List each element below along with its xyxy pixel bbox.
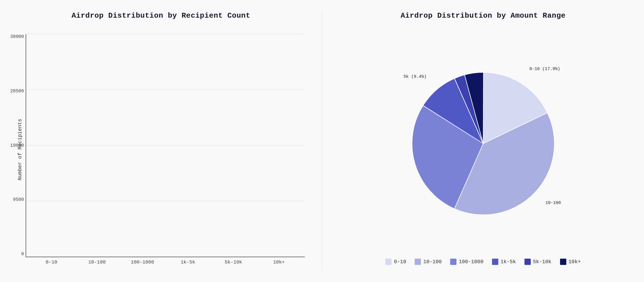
y-tick: 0 <box>10 252 24 257</box>
legend-label-5k-10k: 5k-10k <box>533 259 552 265</box>
pie-legend: 0-1010-100100-10001k-5k5k-10k10k+ <box>385 259 581 265</box>
grid-line <box>26 34 305 34</box>
legend-item-10k+: 10k+ <box>560 259 581 265</box>
pie-chart-panel: Airdrop Distribution by Amount Range 0-1… <box>322 0 644 282</box>
bar-chart-inner: 09500190002850038000 0-1010-100100-10001… <box>26 34 305 265</box>
grid-line <box>26 89 305 90</box>
legend-item-5k-10k: 5k-10k <box>524 259 552 265</box>
pie-label-1k-5k: 1k-5k (9.4%) <box>404 74 427 79</box>
legend-label-0-10: 0-10 <box>394 259 406 265</box>
x-label-10-100: 10-100 <box>77 259 117 265</box>
y-tick: 19000 <box>10 143 24 148</box>
x-label-5k-10k: 5k-10k <box>213 259 254 265</box>
pie-svg: 0-10 (17.9%)10-100 (38.7%)100-1000 (27.3… <box>404 64 563 223</box>
bar-chart-title: Airdrop Distribution by Recipient Count <box>72 11 250 20</box>
pie-chart-title: Airdrop Distribution by Amount Range <box>401 11 566 20</box>
y-tick: 9500 <box>10 197 24 202</box>
x-label-1k-5k: 1k-5k <box>168 259 208 265</box>
legend-color-100-1000 <box>450 259 456 265</box>
x-label-0-10: 0-10 <box>31 259 72 265</box>
bar-chart-area: 09500190002850038000 <box>26 34 305 257</box>
legend-color-5k-10k <box>524 259 531 265</box>
bar-chart-panel: Airdrop Distribution by Recipient Count … <box>0 0 322 282</box>
legend-color-1k-5k <box>492 259 498 265</box>
pie-svg-container: 0-10 (17.9%)10-100 (38.7%)100-1000 (27.3… <box>404 64 563 223</box>
legend-label-10-100: 10-100 <box>423 259 442 265</box>
legend-item-1k-5k: 1k-5k <box>492 259 516 265</box>
grid-line <box>26 201 305 201</box>
bar-chart-wrapper: Number of Recipients 0950019000285003800… <box>17 34 305 265</box>
grid-line <box>26 145 305 146</box>
legend-item-0-10: 0-10 <box>385 259 406 265</box>
y-tick: 28500 <box>10 89 24 94</box>
x-label-10k+: 10k+ <box>259 259 299 265</box>
legend-item-10-100: 10-100 <box>415 259 442 265</box>
pie-label-0-10: 0-10 (17.9%) <box>529 67 560 71</box>
x-label-100-1000: 100-1000 <box>122 259 163 265</box>
x-axis-labels: 0-1010-100100-10001k-5k5k-10k10k+ <box>26 257 305 265</box>
legend-item-100-1000: 100-1000 <box>450 259 483 265</box>
charts-container: Airdrop Distribution by Recipient Count … <box>0 0 644 282</box>
legend-color-10k+ <box>560 259 566 265</box>
pie-and-labels: 0-10 (17.9%)10-100 (38.7%)100-1000 (27.3… <box>339 34 627 253</box>
legend-color-10-100 <box>415 259 421 265</box>
y-ticks: 09500190002850038000 <box>10 34 24 257</box>
legend-label-100-1000: 100-1000 <box>459 259 483 265</box>
legend-color-0-10 <box>385 259 392 265</box>
pie-chart-wrapper: 0-10 (17.9%)10-100 (38.7%)100-1000 (27.3… <box>339 34 627 265</box>
legend-label-1k-5k: 1k-5k <box>501 259 516 265</box>
pie-label-10-100: 10-100 (38.7%) <box>545 201 563 205</box>
legend-label-10k+: 10k+ <box>569 259 581 265</box>
y-tick: 38000 <box>10 34 24 39</box>
